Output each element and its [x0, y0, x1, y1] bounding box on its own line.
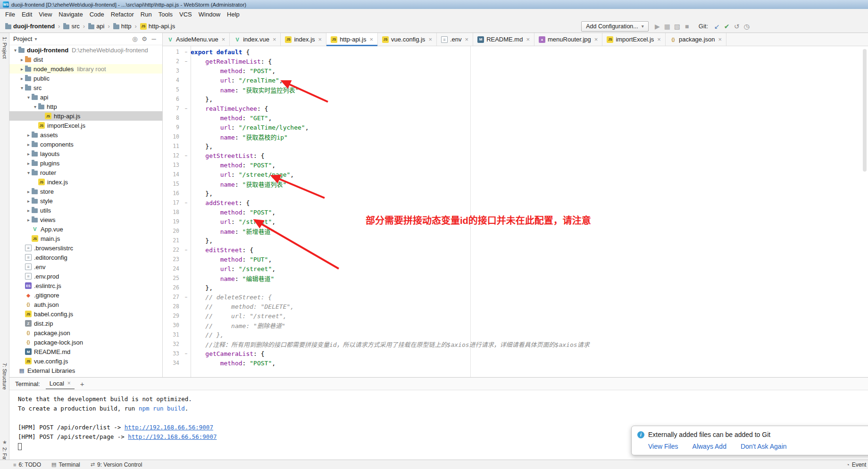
chevron-down-icon[interactable]: ▾ — [25, 170, 32, 175]
tab-close-icon[interactable]: × — [657, 36, 661, 43]
tree-item-views[interactable]: ▸views — [9, 215, 162, 224]
tab-close-icon[interactable]: × — [526, 36, 530, 43]
chevron-right-icon[interactable]: ▸ — [25, 151, 32, 156]
fold-marker-icon[interactable]: − — [182, 49, 191, 54]
tree-item-dist[interactable]: ▸dist — [9, 55, 162, 64]
tree-item-duoji-frontend[interactable]: ▾duoji-frontendD:\zheheWeb\duoji-fronten… — [9, 45, 162, 55]
notification-action-don-t-ask-again[interactable]: Don't Ask Again — [741, 443, 787, 450]
tree-item-dist.zip[interactable]: Zdist.zip — [9, 319, 162, 328]
chevron-right-icon[interactable]: ▸ — [25, 208, 32, 213]
event-log-button[interactable]: ◔ Event Log — [846, 461, 868, 468]
tree-item-http[interactable]: ▾http — [9, 102, 162, 111]
editor-tab-menuRouter.jpg[interactable]: ▲menuRouter.jpg× — [534, 33, 602, 46]
git-commit-icon[interactable]: ✔ — [722, 23, 731, 30]
stripe-project-button[interactable]: 1: Project — [0, 37, 9, 58]
menu-item-refactor[interactable]: Refactor — [108, 10, 137, 19]
tree-item-plugins[interactable]: ▸plugins — [9, 158, 162, 168]
menu-item-help[interactable]: Help — [224, 10, 243, 19]
menu-item-vcs[interactable]: VCS — [176, 10, 195, 19]
fold-marker-icon[interactable]: − — [182, 247, 191, 252]
tree-item-assets[interactable]: ▸assets — [9, 130, 162, 140]
tab-close-icon[interactable]: × — [594, 36, 598, 43]
chevron-down-icon[interactable]: ▾ — [12, 48, 18, 53]
tree-item-importExcel.js[interactable]: JSimportExcel.js — [9, 121, 162, 130]
tree-item-components[interactable]: ▸components — [9, 140, 162, 149]
tree-item-.env[interactable]: ≡.env — [9, 262, 162, 272]
tab-close-icon[interactable]: × — [718, 36, 722, 43]
tab-close-icon[interactable]: × — [318, 36, 322, 43]
chevron-right-icon[interactable]: ▸ — [19, 66, 25, 72]
git-rollback-icon[interactable]: ↺ — [732, 23, 741, 30]
tree-item-babel.config.js[interactable]: JSbabel.config.js — [9, 309, 162, 319]
tree-item-http-api.js[interactable]: JShttp-api.js — [9, 111, 162, 121]
tree-item-node_modules[interactable]: ▸node_moduleslibrary root — [9, 64, 162, 74]
chevron-down-icon[interactable]: ▾ — [32, 104, 38, 109]
menu-item-run[interactable]: Run — [137, 10, 155, 19]
tree-item-vue.config.js[interactable]: JSvue.config.js — [9, 356, 162, 366]
run-icon[interactable]: ▶ — [653, 23, 662, 30]
editor-tab-package.json[interactable]: {}package.json× — [666, 33, 726, 46]
stripe-structure-button[interactable]: 7: Structure — [0, 363, 9, 390]
tree-item-.browserslistrc[interactable]: ≡.browserslistrc — [9, 243, 162, 253]
tree-item-public[interactable]: ▸public — [9, 74, 162, 83]
chevron-right-icon[interactable]: ▸ — [25, 217, 32, 222]
chevron-right-icon[interactable]: ▸ — [25, 142, 32, 147]
new-terminal-session-button[interactable]: + — [80, 380, 84, 388]
breadcrumb-item-src[interactable]: src — [62, 22, 81, 30]
chevron-down-icon[interactable]: ▾ — [19, 85, 25, 91]
stop-icon[interactable]: ■ — [683, 23, 692, 30]
editor-tab-.env[interactable]: ≡.env× — [437, 33, 473, 46]
git-update-icon[interactable]: ↙ — [712, 23, 721, 30]
editor-tab-AsideMenu.vue[interactable]: VAsideMenu.vue× — [163, 33, 230, 46]
code-area[interactable]: 1−export default {2− getRealTimeList: {3… — [163, 47, 861, 368]
coverage-icon[interactable]: ▧ — [673, 23, 682, 30]
tree-item-router[interactable]: ▾router — [9, 168, 162, 177]
breadcrumb-item-api[interactable]: api — [87, 22, 106, 30]
menu-item-window[interactable]: Window — [195, 10, 224, 19]
menu-item-code[interactable]: Code — [86, 10, 108, 19]
terminal-tab-local[interactable]: Local × — [46, 378, 75, 389]
fold-marker-icon[interactable]: − — [182, 295, 191, 299]
chevron-right-icon[interactable]: ▸ — [25, 161, 32, 166]
fold-marker-icon[interactable]: − — [182, 351, 191, 356]
chevron-right-icon[interactable]: ▸ — [19, 57, 25, 62]
terminal-link[interactable]: http://192.168.66.56:9007 — [125, 424, 213, 431]
settings-icon[interactable]: ⚙ — [140, 35, 149, 42]
editor-scrollbar[interactable] — [863, 49, 867, 172]
tree-item-.env.prod[interactable]: ≡.env.prod — [9, 272, 162, 281]
chevron-right-icon[interactable]: ▸ — [25, 189, 32, 194]
tab-close-icon[interactable]: × — [370, 36, 374, 43]
tree-item-auth.json[interactable]: {}auth.json — [9, 300, 162, 309]
tree-item-.eslintrc.js[interactable]: ES.eslintrc.js — [9, 281, 162, 290]
tab-close-icon[interactable]: × — [273, 36, 276, 43]
editor-tab-index.js[interactable]: JSindex.js× — [281, 33, 326, 46]
tree-item-package.json[interactable]: {}package.json — [9, 328, 162, 337]
chevron-right-icon[interactable]: ▸ — [19, 76, 25, 81]
tree-item-store[interactable]: ▸store — [9, 187, 162, 196]
tree-item-.gitignore[interactable]: ◆.gitignore — [9, 290, 162, 300]
tree-item-utils[interactable]: ▸utils — [9, 206, 162, 215]
tree-item-package-lock.json[interactable]: {}package-lock.json — [9, 337, 162, 347]
notification-action-always-add[interactable]: Always Add — [693, 443, 726, 450]
tree-item-.editorconfig[interactable]: ≡.editorconfig — [9, 253, 162, 262]
tab-close-icon[interactable]: × — [428, 36, 432, 43]
editor-tab-vue.config.js[interactable]: JSvue.config.js× — [378, 33, 437, 46]
menu-item-file[interactable]: File — [2, 10, 18, 19]
menu-item-navigate[interactable]: Navigate — [55, 10, 86, 19]
tree-item-src[interactable]: ▾src — [9, 83, 162, 92]
panel-caret-icon[interactable]: ▾ — [34, 36, 37, 41]
editor-tab-index.vue[interactable]: Vindex.vue× — [230, 33, 281, 46]
chevron-right-icon[interactable]: ▸ — [25, 132, 32, 138]
project-panel-title[interactable]: Project — [13, 35, 32, 42]
editor-body[interactable]: 1−export default {2− getRealTimeList: {3… — [163, 46, 868, 377]
notification-action-view-files[interactable]: View Files — [648, 443, 678, 450]
tree-item-style[interactable]: ▸style — [9, 196, 162, 206]
tree-item-README.md[interactable]: MREADME.md — [9, 347, 162, 356]
todo-button[interactable]: ≡6: TODO — [13, 461, 41, 468]
fold-marker-icon[interactable]: − — [182, 153, 191, 158]
tree-item-layouts[interactable]: ▸layouts — [9, 149, 162, 158]
menu-item-view[interactable]: View — [35, 10, 55, 19]
tree-item-api[interactable]: ▾api — [9, 92, 162, 102]
breadcrumb-item-http[interactable]: http — [112, 22, 133, 30]
breadcrumb-item-duoji-frontend[interactable]: duoji-frontend — [4, 22, 56, 30]
